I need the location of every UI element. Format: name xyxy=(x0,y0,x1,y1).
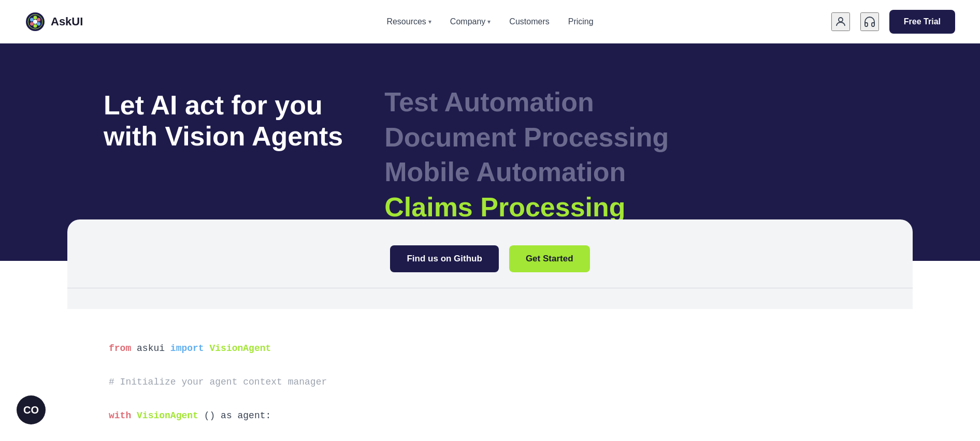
code-line-1: from askui import VisionAgent xyxy=(109,340,871,357)
navbar: AskUI Resources ▾ Company ▾ Customers Pr… xyxy=(0,0,980,43)
use-case-test-automation: Test Automation xyxy=(384,85,594,120)
logo-text: AskUI xyxy=(51,15,83,28)
svg-point-6 xyxy=(30,22,34,25)
use-case-mobile-automation: Mobile Automation xyxy=(384,155,626,190)
github-button[interactable]: Find us on Github xyxy=(390,245,498,272)
cta-buttons: Find us on Github Get Started xyxy=(98,245,882,272)
headphone-icon-button[interactable] xyxy=(860,12,879,31)
hero-left: Let AI act for you with Vision Agents xyxy=(104,75,343,152)
nav-item-company[interactable]: Company ▾ xyxy=(450,17,491,26)
chat-bubble[interactable]: CO xyxy=(17,395,46,424)
section-divider xyxy=(67,288,913,288)
logo-icon xyxy=(25,11,46,32)
free-trial-button[interactable]: Free Trial xyxy=(889,10,955,34)
navbar-actions: Free Trial xyxy=(831,10,955,34)
user-icon xyxy=(834,16,847,28)
nav-item-customers[interactable]: Customers xyxy=(509,17,549,26)
logo-link[interactable]: AskUI xyxy=(25,11,83,32)
svg-point-9 xyxy=(839,18,843,22)
hero-title: Let AI act for you with Vision Agents xyxy=(104,90,343,152)
chevron-down-icon: ▾ xyxy=(487,18,491,25)
chevron-down-icon: ▾ xyxy=(428,18,431,25)
nav-item-pricing[interactable]: Pricing xyxy=(568,17,594,26)
get-started-button[interactable]: Get Started xyxy=(509,245,590,272)
nav-item-resources[interactable]: Resources ▾ xyxy=(386,17,431,26)
svg-point-5 xyxy=(34,24,37,27)
code-line-3: with VisionAgent () as agent: xyxy=(109,407,871,424)
hero-right: Test Automation Document Processing Mobi… xyxy=(343,75,876,225)
svg-point-7 xyxy=(30,18,34,21)
user-icon-button[interactable] xyxy=(831,12,850,31)
code-section: from askui import VisionAgent # Initiali… xyxy=(67,309,913,441)
cta-section: Find us on Github Get Started xyxy=(67,219,913,309)
headphone-icon xyxy=(863,16,876,28)
code-block: from askui import VisionAgent # Initiali… xyxy=(109,340,871,441)
code-line-2: # Initialize your agent context manager xyxy=(109,374,871,390)
svg-point-2 xyxy=(34,16,37,19)
main-nav: Resources ▾ Company ▾ Customers Pricing xyxy=(386,17,593,26)
use-case-document-processing: Document Processing xyxy=(384,120,669,155)
svg-point-3 xyxy=(37,18,40,21)
svg-point-4 xyxy=(37,22,40,25)
svg-point-8 xyxy=(33,20,37,24)
